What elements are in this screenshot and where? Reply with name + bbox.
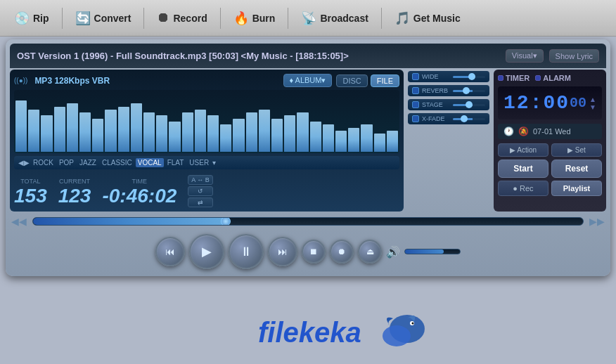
current-value: 123 [58,185,91,207]
date-text: 07-01 Wed [533,127,571,136]
spectrum-bar [67,103,78,152]
time-up-arrow[interactable]: ▲ [589,96,596,103]
eject-icon: ⏏ [366,247,374,256]
spectrum-bar [92,119,103,152]
rec-ctrl-icon: ⏺ [338,247,346,256]
spectrum-bar [335,131,347,152]
stage-label: STAGE [422,101,450,108]
pause-icon: ⏸ [240,245,252,259]
spectrum-bar [54,107,65,152]
next-button[interactable]: ⏭ [268,237,297,266]
disc-button[interactable]: DISC [336,74,367,87]
stop-button[interactable]: ⏹ [302,240,326,264]
eject-button[interactable]: ⏏ [358,240,382,264]
rec-playlist-row: ● Rec Playlist [498,181,602,196]
reset-button[interactable]: Reset [551,160,602,178]
eq-user[interactable]: USER [187,158,211,167]
alarm-indicator [535,75,541,81]
alarm-tab[interactable]: ALARM [535,74,571,82]
time-arrows[interactable]: ▲ ▼ [589,96,596,111]
now-playing-title: OST Version 1 (1996) - Full Soundtrack.m… [17,51,506,61]
play-button[interactable]: ▶ [189,234,224,269]
divider-2 [143,8,144,29]
rec-ctrl-button[interactable]: ⏺ [330,240,354,264]
start-button[interactable]: Start [498,160,548,178]
ab-buttons: A ↔ B ↺ ⇄ [188,175,213,207]
divider-4 [288,8,288,29]
reverb-control: REVERB [408,85,489,96]
prev-button[interactable]: ⏮ [155,237,185,266]
eq-next-arrow[interactable]: ▾ [212,159,216,167]
eq-prev-arrow[interactable]: ◀▶ [18,159,30,167]
main-content: ((●)) MP3 128Kbps VBR ♦ ALBUM▾ DISC FILE… [10,70,606,212]
rec-button[interactable]: ● Rec [498,181,548,196]
total-stat: TOTAL 153 [14,178,47,207]
shuffle-button[interactable]: ⇄ [188,197,213,207]
ab-button[interactable]: A ↔ B [188,175,213,185]
file-button[interactable]: FILE [371,74,399,87]
spectrum-bar [348,128,359,152]
seek-bar-fill [33,218,226,225]
stage-slider[interactable] [453,104,485,106]
time-down-arrow[interactable]: ▼ [589,103,596,111]
rip-button[interactable]: 💿 Rip [7,6,56,30]
broadcast-button[interactable]: 📡 Broadcast [294,6,375,30]
current-label: CURRENT [58,178,91,185]
convert-icon: 🔄 [75,11,91,26]
seek-next-arrow[interactable]: ▶▶ [589,216,605,227]
svg-point-3 [411,323,413,325]
rip-icon: 💿 [14,11,30,26]
set-button[interactable]: ▶ Set [551,143,602,157]
show-lyric-button[interactable]: Show Lyric [549,49,599,63]
eq-flat[interactable]: FLAT [165,158,186,167]
xfade-toggle[interactable] [412,115,419,122]
reverb-toggle[interactable] [412,87,419,94]
timer-alarm-header: TIMER ALARM [498,74,602,82]
xfade-control: X-FADE [408,113,489,124]
pause-button[interactable]: ⏸ [229,234,264,269]
record-icon: ⏺ [157,11,169,25]
format-label: MP3 128Kbps VBR [34,76,110,86]
alarm-label: ALARM [543,74,571,82]
seek-prev-arrow[interactable]: ◀◀ [11,216,27,227]
eq-rock[interactable]: ROCK [31,158,56,167]
eq-jazz[interactable]: JAZZ [77,158,98,167]
visual-button[interactable]: Visual▾ [506,49,544,63]
mini-spectrum [393,186,399,207]
eq-header: ((●)) MP3 128Kbps VBR ♦ ALBUM▾ DISC FILE [14,74,399,87]
wide-slider[interactable] [453,76,485,78]
total-label: TOTAL [14,178,47,185]
stage-toggle[interactable] [412,101,419,108]
middle-panel: WIDE REVERB STAGE X- [406,70,491,212]
record-button[interactable]: ⏺ Record [150,6,214,30]
repeat-button[interactable]: ↺ [188,186,213,196]
spectrum-bar [105,110,116,152]
now-playing-controls: Visual▾ Show Lyric [506,49,599,63]
right-panel: TIMER ALARM 12:00 00 ▲ ▼ 🕐 [494,70,606,212]
eq-classic[interactable]: CLASSIC [100,158,134,167]
reverb-slider[interactable] [453,90,485,92]
get-music-label: Get Music [413,13,461,24]
timer-tab[interactable]: TIMER [498,74,530,82]
playlist-button[interactable]: Playlist [551,181,602,196]
action-button[interactable]: ▶ Action [498,143,548,157]
convert-button[interactable]: 🔄 Convert [68,6,139,30]
spectrum-bar [323,124,334,152]
timer-indicator [498,75,503,81]
seek-bar-container[interactable] [32,217,584,226]
wide-toggle[interactable] [412,73,419,80]
time-stat: TIME -0:46:02 [102,178,177,207]
eq-pop[interactable]: POP [57,158,76,167]
broadcast-icon: 📡 [301,11,316,26]
divider-1 [62,8,63,29]
get-music-button[interactable]: 🎵 Get Music [387,6,468,30]
spectrum-visualizer [14,90,399,153]
spectrum-bar [220,124,231,152]
album-button[interactable]: ♦ ALBUM▾ [283,74,333,87]
xfade-slider[interactable] [453,118,485,120]
time-label: TIME [102,178,177,185]
time-row: 12:00 00 ▲ ▼ [503,92,596,114]
eq-vocal[interactable]: VOCAL [136,158,164,167]
player-wrapper: OST Version 1 (1996) - Full Soundtrack.m… [6,39,610,276]
burn-button[interactable]: 🔥 Burn [226,6,283,30]
